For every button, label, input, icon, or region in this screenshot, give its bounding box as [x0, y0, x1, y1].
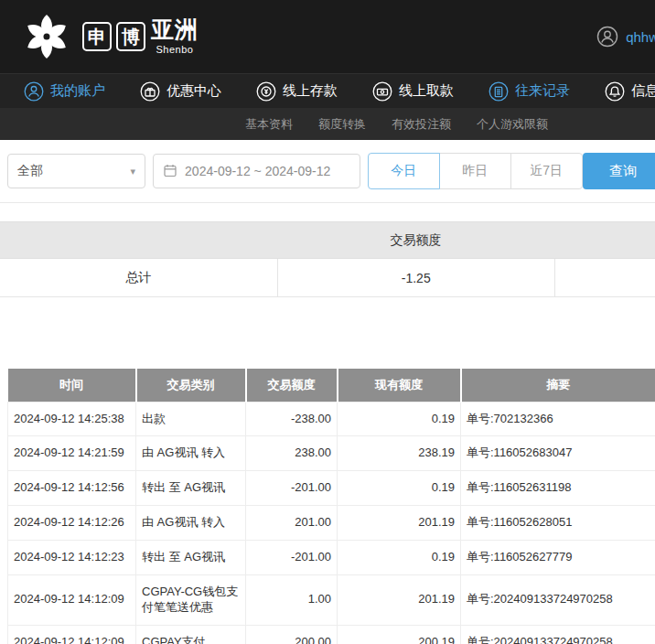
cell-amount: -238.00 [246, 402, 338, 436]
gift-icon [140, 81, 160, 102]
nav-item-messages[interactable]: 信息 [605, 81, 655, 102]
calendar-icon [163, 163, 177, 180]
logo-char-1: 申 [82, 22, 112, 51]
logo[interactable]: 申 博 亚洲 Shenbo [22, 12, 199, 61]
cell-type: 出款 [136, 402, 246, 436]
summary-title: 交易额度 [0, 222, 655, 259]
sub-nav: 基本资料 额度转换 有效投注额 个人游戏限额 [0, 108, 655, 140]
cell-memo: 单号:702132366 [461, 402, 655, 436]
user-avatar-icon [596, 26, 618, 48]
nav-label: 线上存款 [283, 82, 338, 100]
table-header-row: 时间 交易类别 交易额度 现有额度 摘要 [8, 369, 655, 402]
date-range-input[interactable]: 2024-09-12 ~ 2024-09-12 [153, 154, 360, 188]
cell-memo: 单号:202409133724970258 [461, 625, 655, 644]
flower-logo-icon [22, 12, 71, 61]
logo-en-text: Shenbo [151, 44, 199, 55]
chevron-down-icon: ▾ [131, 166, 136, 177]
cell-time: 2024-09-12 14:21:59 [8, 436, 136, 471]
cell-memo: 单号:116052631198 [461, 471, 655, 506]
logo-region-block: 亚洲 Shenbo [151, 18, 199, 55]
last7days-button[interactable]: 近7日 [510, 153, 583, 189]
nav-label: 我的账户 [50, 82, 105, 100]
filter-bar: 全部 ▾ 2024-09-12 ~ 2024-09-12 今日 昨日 近7日 查… [0, 140, 655, 203]
cell-type: CGPAY-CG钱包支付笔笔送优惠 [136, 574, 246, 625]
subnav-item-basic-info[interactable]: 基本资料 [245, 116, 293, 133]
summary-total-row: 总计 -1.25 [0, 259, 655, 297]
username-text[interactable]: qhhw [626, 29, 655, 45]
cell-type: 由 AG视讯 转入 [136, 436, 246, 471]
nav-label: 线上取款 [399, 82, 454, 100]
cell-balance: 200.19 [338, 625, 461, 644]
cell-time: 2024-09-12 14:12:26 [8, 506, 136, 541]
table-row: 2024-09-12 14:12:26 由 AG视讯 转入 201.00 201… [8, 506, 655, 541]
table-row: 2024-09-12 14:12:56 转出 至 AG视讯 -201.00 0.… [8, 471, 655, 506]
col-header-amount: 交易额度 [246, 369, 338, 402]
nav-item-promotions[interactable]: 优惠中心 [140, 81, 221, 102]
logo-char-2: 博 [116, 22, 145, 51]
logo-region-text: 亚洲 [151, 18, 199, 41]
cell-type: CGPAY支付 [136, 625, 246, 644]
subnav-item-game-limits[interactable]: 个人游戏限额 [477, 116, 548, 133]
cell-memo: 单号:202409133724970258 [461, 574, 655, 625]
user-circle-icon [24, 81, 44, 102]
page: 申 博 亚洲 Shenbo qhhw [0, 0, 655, 644]
cell-balance: 201.19 [338, 574, 461, 625]
cell-memo: 单号:116052627779 [461, 541, 655, 575]
logo-wordmark-boxes: 申 博 [82, 22, 145, 51]
cell-amount: 1.00 [246, 574, 338, 625]
cell-balance: 0.19 [338, 402, 461, 436]
cell-amount: 238.00 [246, 436, 338, 471]
col-header-time: 时间 [8, 369, 136, 402]
cell-time: 2024-09-12 14:12:09 [8, 625, 136, 644]
subnav-item-valid-bets[interactable]: 有效投注额 [392, 116, 451, 133]
col-header-balance: 现有额度 [338, 369, 461, 402]
cell-balance: 0.19 [338, 471, 461, 506]
summary-empty-cell [554, 259, 655, 297]
cell-type: 由 AG视讯 转入 [136, 506, 246, 541]
deposit-coin-icon [256, 81, 276, 102]
cell-time: 2024-09-12 14:25:38 [8, 402, 136, 436]
table-row: 2024-09-12 14:12:09 CGPAY支付 200.00 200.1… [8, 625, 655, 644]
cell-amount: -201.00 [246, 471, 338, 506]
summary-total-value: -1.25 [277, 259, 554, 297]
records-document-icon [489, 81, 509, 102]
cell-amount: -201.00 [246, 541, 338, 575]
nav-item-records[interactable]: 往来记录 [489, 81, 570, 102]
cell-amount: 200.00 [246, 625, 338, 644]
cell-amount: 201.00 [246, 506, 338, 541]
col-header-type: 交易类别 [136, 369, 246, 402]
cell-time: 2024-09-12 14:12:23 [8, 541, 136, 575]
search-button[interactable]: 查询 [583, 153, 655, 189]
type-select-value: 全部 [17, 163, 43, 179]
nav-label: 信息 [631, 82, 655, 100]
type-select[interactable]: 全部 ▾ [7, 154, 145, 188]
cell-balance: 238.19 [338, 436, 461, 471]
subnav-item-credit-transfer[interactable]: 额度转换 [318, 116, 366, 133]
col-header-memo: 摘要 [461, 369, 655, 402]
date-range-value: 2024-09-12 ~ 2024-09-12 [185, 164, 330, 178]
nav-item-withdraw[interactable]: 线上取款 [372, 81, 454, 102]
cell-balance: 0.19 [338, 541, 461, 575]
nav-label: 往来记录 [515, 82, 570, 100]
quick-range-group: 今日 昨日 近7日 [368, 153, 583, 189]
cell-memo: 单号:116052628051 [461, 506, 655, 541]
user-area[interactable]: qhhw [596, 0, 655, 73]
main-nav: 我的账户 优惠中心 线上存款 线上取款 [0, 73, 655, 108]
table-row: 2024-09-12 14:12:09 CGPAY-CG钱包支付笔笔送优惠 1.… [8, 574, 655, 625]
cell-time: 2024-09-12 14:12:56 [8, 471, 136, 506]
transactions-table: 时间 交易类别 交易额度 现有额度 摘要 2024-09-12 14:25:38… [7, 369, 655, 644]
cell-time: 2024-09-12 14:12:09 [8, 574, 136, 625]
nav-item-my-account[interactable]: 我的账户 [24, 81, 105, 102]
bell-icon [605, 81, 625, 102]
nav-item-deposit[interactable]: 线上存款 [256, 81, 338, 102]
yesterday-button[interactable]: 昨日 [439, 153, 511, 189]
cell-memo: 单号:116052683047 [461, 436, 655, 471]
withdraw-banknote-icon [372, 81, 392, 102]
cell-balance: 201.19 [338, 506, 461, 541]
cell-type: 转出 至 AG视讯 [136, 471, 246, 506]
today-button[interactable]: 今日 [368, 153, 440, 189]
cell-type: 转出 至 AG视讯 [136, 541, 246, 575]
summary-total-label: 总计 [0, 259, 277, 297]
nav-label: 优惠中心 [166, 82, 221, 100]
summary-table: 交易额度 总计 -1.25 [0, 221, 655, 297]
